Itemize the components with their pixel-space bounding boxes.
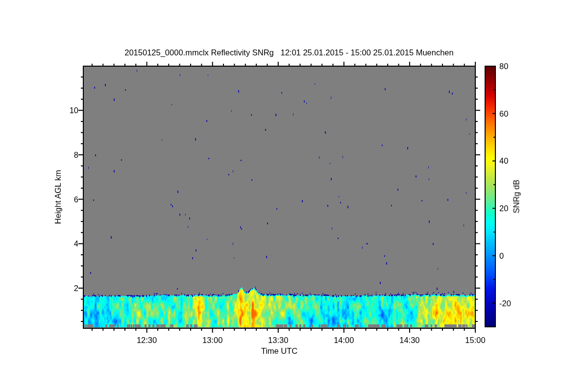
x-tick-label: 13:00	[197, 335, 228, 345]
radar-quicklook-figure: 20150125_0000.mmclx Reflectivity SNRg 12…	[0, 0, 588, 392]
y-tick-label: 4	[54, 239, 78, 248]
colorbar-tick-label: -20	[499, 298, 511, 308]
y-tick-label: 10	[54, 105, 78, 115]
colorbar-tick-label: 80	[499, 61, 508, 71]
y-tick-label: 8	[54, 150, 78, 160]
plot-title: 20150125_0000.mmclx Reflectivity SNRg 12…	[0, 48, 578, 57]
x-axis-label: Time UTC	[83, 346, 475, 356]
x-tick-label: 12:30	[131, 335, 163, 345]
plot-area	[83, 66, 475, 328]
colorbar-tick-label: 60	[499, 109, 508, 119]
y-tick-label: 2	[54, 283, 78, 293]
colorbar-tick-label: 40	[499, 156, 508, 166]
colorbar-tick-label: 20	[499, 203, 508, 213]
x-tick-label: 13:30	[263, 335, 294, 345]
colorbar-label: SNRg dB	[512, 180, 521, 214]
x-tick-label: 14:30	[394, 335, 425, 345]
y-tick-label: 6	[54, 195, 78, 204]
x-tick-label: 14:00	[328, 335, 360, 345]
colorbar-tick-label: 0	[499, 251, 504, 261]
x-tick-label: 15:00	[460, 335, 491, 345]
